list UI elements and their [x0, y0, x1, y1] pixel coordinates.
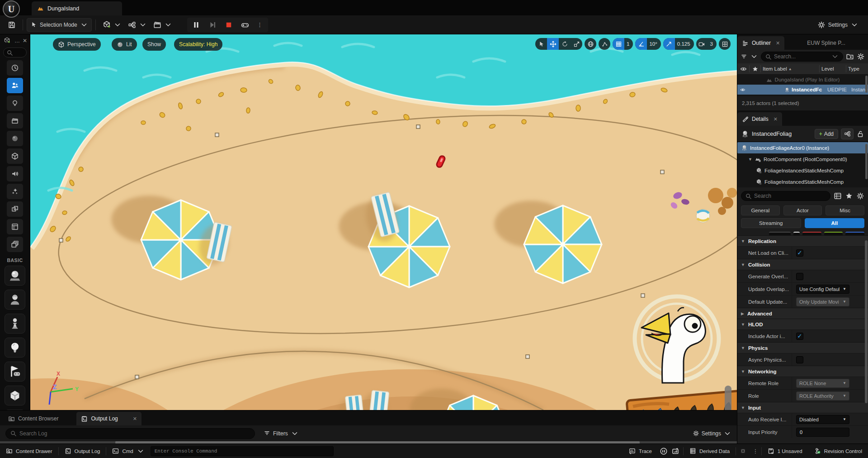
close-icon[interactable]: ✕ [774, 116, 778, 122]
place-item-empty-actor-icon[interactable] [5, 266, 25, 286]
rotation-snap-toggle[interactable] [635, 38, 647, 50]
more-options-button[interactable]: ⋮ [750, 444, 761, 458]
dropdown[interactable]: Only Update Movi▼ [796, 297, 849, 306]
place-category-shapes-icon[interactable] [7, 131, 23, 146]
console-command-input[interactable]: Enter Console Command [151, 446, 334, 456]
place-category-volumes-icon[interactable] [7, 201, 23, 217]
viewport-scrollbar-thumb[interactable] [725, 386, 731, 410]
scale-snap-toggle[interactable] [663, 38, 675, 50]
eject-possess-button[interactable] [238, 19, 252, 31]
tab-content-browser[interactable]: Content Browser [4, 412, 63, 425]
visibility-column-header[interactable] [737, 66, 749, 72]
world-space-button[interactable] [585, 38, 596, 50]
section-header-replication[interactable]: ▼Replication [737, 235, 868, 246]
rotation-snap-value[interactable]: 10° [647, 41, 660, 47]
log-search-input[interactable]: Search Log [5, 428, 255, 439]
close-icon[interactable]: ✕ [23, 38, 27, 44]
section-header-advanced[interactable]: ▶Advanced [737, 308, 868, 319]
log-filters-dropdown[interactable]: Filters [260, 427, 302, 440]
camera-speed-button[interactable] [696, 38, 708, 50]
checkbox[interactable]: ✓ [796, 333, 803, 340]
derived-data-button[interactable]: Derived Data [684, 444, 736, 458]
spline-node[interactable] [641, 294, 645, 297]
tab-details[interactable]: Details ✕ [737, 112, 782, 126]
section-header-input[interactable]: ▼Input [737, 402, 868, 413]
tab-output-log[interactable]: Output Log ✕ [76, 412, 142, 425]
settings-dropdown[interactable]: Settings [814, 19, 862, 31]
cmd-dropdown[interactable]: Cmd [106, 444, 150, 458]
place-item-player-start-icon[interactable] [5, 362, 25, 382]
show-dropdown[interactable]: Show [142, 38, 166, 51]
dropdown[interactable]: Disabled▼ [796, 415, 849, 424]
add-actor-button[interactable] [99, 19, 125, 31]
panel-menu-icon[interactable]: … [14, 38, 20, 44]
blueprints-button[interactable] [125, 19, 150, 31]
lit-dropdown[interactable]: Lit [112, 38, 137, 51]
grid-snap-toggle[interactable] [613, 38, 624, 50]
unsaved-button[interactable]: 1 Unsaved [762, 444, 808, 458]
checkbox[interactable] [796, 356, 803, 363]
place-category-recently-placed-icon[interactable] [7, 60, 23, 76]
scale-tool-button[interactable] [571, 38, 582, 50]
rotate-tool-button[interactable] [559, 38, 571, 50]
place-category-audio-icon[interactable] [7, 166, 23, 181]
category-tab-all[interactable]: All [805, 218, 865, 228]
trace-snapshot-button[interactable] [670, 444, 683, 458]
section-header-hlod[interactable]: ▼HLOD [737, 319, 868, 329]
scalability-button[interactable]: Scalability: High [174, 38, 222, 51]
checkbox[interactable] [796, 273, 803, 280]
category-tab-misc[interactable]: Misc [826, 205, 864, 215]
place-item-point-light-icon[interactable] [5, 338, 25, 358]
gear-icon[interactable] [856, 192, 864, 200]
viewport[interactable]: X Y Z Perspective Lit Show Scalability: … [30, 34, 737, 410]
outliner-row-selected[interactable]: InstancedFc UEDPIE Instanc [737, 85, 868, 95]
component-row[interactable]: ▼RootComponent (RootComponent0) [737, 153, 868, 165]
spline-node[interactable] [416, 125, 420, 129]
edit-blueprint-button[interactable] [841, 129, 854, 139]
display-options-icon[interactable] [834, 192, 842, 200]
expander-icon[interactable]: ▼ [748, 157, 752, 162]
category-tab-actor[interactable]: Actor [783, 205, 822, 215]
selection-mode-dropdown[interactable]: Selection Mode [27, 18, 92, 32]
unreal-logo[interactable]: U [3, 0, 20, 18]
log-settings-dropdown[interactable]: Settings [693, 429, 731, 438]
place-item-box-trigger-icon[interactable] [5, 386, 25, 406]
type-column-header[interactable]: Type [846, 66, 868, 72]
cinematics-button[interactable] [150, 19, 175, 31]
chevron-down-icon[interactable] [750, 52, 758, 61]
tab-euw-spline[interactable]: EUW Spline P... [802, 36, 849, 50]
place-category-cinematic-icon[interactable] [7, 113, 23, 129]
folder-plus-icon[interactable] [846, 52, 854, 61]
place-category-all-classes-icon[interactable] [7, 237, 23, 252]
dropdown[interactable]: ROLE None▼ [796, 379, 849, 388]
frame-skip-button[interactable] [205, 19, 220, 31]
close-icon[interactable]: ✕ [776, 40, 780, 46]
item-label-column-header[interactable]: Item Label ▲ [761, 66, 819, 72]
section-header-physics[interactable]: ▼Physics [737, 342, 868, 353]
actor-name-field[interactable]: InstancedFoliag [752, 131, 792, 137]
level-tab[interactable]: DungaIsland [32, 1, 122, 15]
add-component-button[interactable]: + Add [815, 129, 838, 139]
select-tool-button[interactable] [535, 38, 547, 50]
component-row[interactable]: FoliageInstancedStaticMeshComp [737, 165, 868, 176]
component-tree-scrollbar-thumb[interactable] [865, 144, 868, 179]
tab-outliner[interactable]: Outliner ✕ [737, 36, 784, 50]
component-row[interactable]: InstancedFoliageActor0 (Instance) [737, 142, 868, 153]
details-search-input[interactable]: Search [741, 191, 830, 201]
spline-node[interactable] [59, 239, 63, 242]
maximize-viewport-button[interactable] [719, 38, 731, 50]
level-column-header[interactable]: Level [820, 66, 846, 72]
insights-button[interactable] [736, 444, 750, 458]
checkbox[interactable]: ✓ [796, 249, 803, 257]
trace-record-button[interactable] [658, 444, 670, 458]
content-drawer-button[interactable]: Content Drawer [0, 444, 58, 458]
revision-control-button[interactable]: Revision Control [808, 444, 868, 458]
category-tab-general[interactable]: General [741, 205, 780, 215]
component-row[interactable]: FoliageInstancedStaticMeshComp [737, 176, 868, 187]
favorites-icon[interactable] [845, 192, 853, 200]
place-category-lights-icon[interactable] [7, 95, 23, 111]
spline-node[interactable] [660, 170, 664, 174]
place-actors-search[interactable] [3, 48, 27, 57]
grid-snap-value[interactable]: 1 [624, 41, 633, 47]
dropdown[interactable]: ROLE Authority▼ [796, 391, 849, 401]
